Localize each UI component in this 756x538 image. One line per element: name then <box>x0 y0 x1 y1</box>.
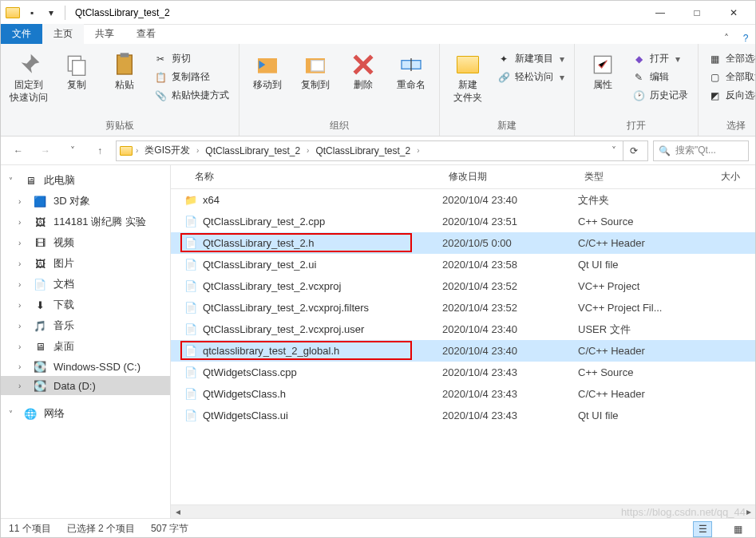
new-folder-button[interactable]: 新建 文件夹 <box>445 47 491 104</box>
file-row[interactable]: 📄QtClassLibrary_test_2.vcxproj2020/10/4 … <box>171 275 755 297</box>
nav-item[interactable]: ›🎞视频 <box>1 232 170 253</box>
file-row[interactable]: 📄QtClassLibrary_test_2.cpp2020/10/4 23:5… <box>171 211 755 232</box>
file-row[interactable]: 📄QtWidgetsClass.cpp2020/10/4 23:43C++ So… <box>171 362 755 383</box>
svg-rect-3 <box>121 53 129 57</box>
nav-item[interactable]: ›🖥桌面 <box>1 336 170 357</box>
nav-item[interactable]: ›📄文档 <box>1 274 170 295</box>
tab-view[interactable]: 查看 <box>125 24 167 44</box>
file-row[interactable]: 📁x642020/10/4 23:40文件夹 <box>171 189 755 211</box>
close-button[interactable]: ✕ <box>715 1 752 25</box>
file-row[interactable]: 📄QtClassLibrary_test_2.h2020/10/5 0:00C/… <box>171 232 755 254</box>
properties-button[interactable]: 属性 <box>580 47 626 92</box>
new-item-button[interactable]: ✦新建项目▾ <box>493 50 569 67</box>
tab-share[interactable]: 共享 <box>84 24 125 44</box>
select-none-icon: ▢ <box>708 71 721 84</box>
pin-to-quick-access-button[interactable]: 固定到 快速访问 <box>6 47 52 104</box>
ribbon-collapse-button[interactable]: ˄ <box>717 33 736 44</box>
file-row[interactable]: 📄QtClassLibrary_test_2.vcxproj.filters20… <box>171 297 755 318</box>
scroll-left-button[interactable]: ◂ <box>171 505 184 519</box>
nav-item[interactable]: ›💽Windows-SSD (C:) <box>1 357 170 376</box>
search-box[interactable]: 🔍 搜索"Qt... <box>653 140 749 161</box>
nav-item-label: 114181 谢纪腾 实验 <box>53 215 146 229</box>
file-type: C++ Source <box>578 366 706 378</box>
nav-item[interactable]: ›💽Data (D:) <box>1 376 170 395</box>
open-button[interactable]: ◆打开▾ <box>627 50 693 67</box>
file-row[interactable]: 📄QtWidgetsClass.h2020/10/4 23:43C/C++ He… <box>171 383 755 405</box>
view-details-button[interactable]: ☰ <box>693 521 712 537</box>
help-button[interactable]: ? <box>736 33 755 44</box>
paste-button[interactable]: 粘贴 <box>101 47 148 92</box>
docs-icon: 📄 <box>33 278 47 291</box>
column-size[interactable]: 大小 <box>706 165 755 188</box>
breadcrumb[interactable]: QtClassLibrary_test_2 <box>312 145 414 156</box>
file-row[interactable]: 📄QtClassLibrary_test_2.ui2020/10/4 23:58… <box>171 254 755 275</box>
column-name[interactable]: 名称 <box>171 165 442 188</box>
up-button[interactable]: ↑ <box>89 140 111 162</box>
folder-icon <box>4 4 22 22</box>
breadcrumb[interactable]: 类GIS开发 <box>141 144 193 157</box>
file-row[interactable]: 📄QtWidgetsClass.ui2020/10/4 23:43Qt UI f… <box>171 405 755 426</box>
title-bar: ▪ ▾ QtClassLibrary_test_2 — □ ✕ <box>1 1 755 25</box>
qat-item[interactable]: ▾ <box>42 4 60 22</box>
edit-button[interactable]: ✎编辑 <box>627 69 693 85</box>
video-icon: 🎞 <box>33 236 47 249</box>
address-dropdown[interactable]: ˅ <box>607 145 621 156</box>
recent-locations-button[interactable]: ˅ <box>61 140 84 162</box>
history-button[interactable]: 🕑历史记录 <box>627 87 693 104</box>
copy-path-button[interactable]: 📋复制路径 <box>149 69 234 85</box>
nav-item[interactable]: ˅🖥此电脑 <box>1 170 170 191</box>
file-row[interactable]: 📄qtclasslibrary_test_2_global.h2020/10/4… <box>171 340 755 362</box>
file-type: Qt UI file <box>578 259 706 271</box>
nav-item-label: 视频 <box>53 235 74 250</box>
invert-selection-icon: ◩ <box>708 89 721 102</box>
file-list[interactable]: 📁x642020/10/4 23:40文件夹📄QtClassLibrary_te… <box>171 189 755 504</box>
easy-access-button[interactable]: 🔗轻松访问▾ <box>493 69 569 85</box>
forward-button[interactable]: → <box>34 140 57 162</box>
copy-to-button[interactable]: 复制到 <box>292 47 338 92</box>
horizontal-scrollbar[interactable]: ◂ ▸ <box>171 504 755 518</box>
file-row[interactable]: 📄QtClassLibrary_test_2.vcxproj.user2020/… <box>171 318 755 340</box>
navigation-pane[interactable]: ˅🖥此电脑›🟦3D 对象›🖼114181 谢纪腾 实验›🎞视频›🖼图片›📄文档›… <box>1 165 171 518</box>
history-icon: 🕑 <box>632 89 645 102</box>
column-date[interactable]: 修改日期 <box>442 165 578 188</box>
file-name: QtWidgetsClass.ui <box>203 409 288 421</box>
select-all-button[interactable]: ▦全部选择 <box>703 50 756 67</box>
ribbon-group-select: ▦全部选择 ▢全部取消 ◩反向选择 选择 <box>699 44 756 136</box>
file-type: C/C++ Header <box>578 345 706 357</box>
nav-item[interactable]: ˅🌐网络 <box>1 403 170 424</box>
nav-item[interactable]: ›🎵音乐 <box>1 315 170 336</box>
column-type[interactable]: 类型 <box>578 165 706 188</box>
paste-shortcut-button[interactable]: 📎粘贴快捷方式 <box>149 87 234 104</box>
invert-selection-button[interactable]: ◩反向选择 <box>703 87 756 104</box>
breadcrumb[interactable]: QtClassLibrary_test_2 <box>202 145 303 156</box>
nav-item[interactable]: ›🖼图片 <box>1 253 170 274</box>
file-type: C++ Source <box>578 216 706 227</box>
nav-item[interactable]: ›⬇下载 <box>1 295 170 315</box>
nav-item[interactable]: ›🟦3D 对象 <box>1 191 170 212</box>
tab-home[interactable]: 主页 <box>42 24 84 44</box>
rename-button[interactable]: 重命名 <box>388 47 434 92</box>
cut-button[interactable]: ✂剪切 <box>149 50 234 67</box>
back-button[interactable]: ← <box>7 140 30 162</box>
move-to-button[interactable]: 移动到 <box>244 47 291 92</box>
nav-item[interactable]: ›🖼114181 谢纪腾 实验 <box>1 212 170 232</box>
copy-icon <box>64 52 89 77</box>
minimize-button[interactable]: — <box>642 1 679 25</box>
scroll-right-button[interactable]: ▸ <box>742 505 755 519</box>
file-date: 2020/10/4 23:40 <box>442 345 578 357</box>
delete-button[interactable]: 删除 <box>340 47 386 92</box>
file-type: VC++ Project Fil... <box>578 302 706 314</box>
refresh-button[interactable]: ⟳ <box>623 141 644 160</box>
file-date: 2020/10/4 23:43 <box>442 366 578 378</box>
ribbon-tabs: 文件 主页 共享 查看 ˄ ? <box>1 25 755 44</box>
nav-item-label: Data (D:) <box>53 380 96 392</box>
qat-item[interactable]: ▪ <box>23 4 41 22</box>
tab-file[interactable]: 文件 <box>1 24 42 44</box>
file-type: VC++ Project <box>578 280 706 292</box>
status-selected-count: 已选择 2 个项目 <box>67 522 135 536</box>
address-bar[interactable]: › 类GIS开发 › QtClassLibrary_test_2 › QtCla… <box>116 140 648 161</box>
select-none-button[interactable]: ▢全部取消 <box>703 69 756 85</box>
maximize-button[interactable]: □ <box>679 1 715 25</box>
view-icons-button[interactable]: ▦ <box>728 521 747 537</box>
copy-button[interactable]: 复制 <box>53 47 100 92</box>
